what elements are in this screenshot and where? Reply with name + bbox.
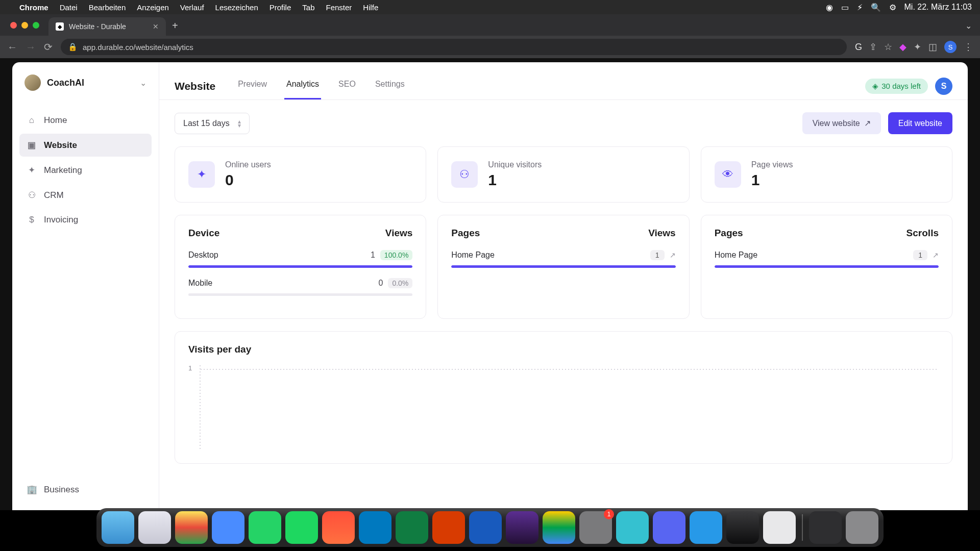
dock-app-icon[interactable] [359, 511, 391, 544]
battery-icon[interactable]: ▭ [841, 3, 849, 12]
progress-bar [188, 293, 412, 296]
menubar-app-name[interactable]: Chrome [19, 3, 48, 12]
tab-analytics[interactable]: Analytics [284, 72, 321, 99]
row-count: 1 [650, 250, 665, 260]
menubar-right-icons: ◉ ▭ ⚡︎ 🔍 ⚙︎ Mi. 22. März 11:03 [826, 3, 972, 12]
browser-chrome: ◆ Website - Durable ✕ + ⌄ ← → ⟳ 🔒 app.du… [0, 14, 980, 58]
visits-per-day-panel: Visits per day 1 [175, 331, 952, 464]
menu-bearbeiten[interactable]: Bearbeiten [89, 3, 126, 12]
menubar-datetime[interactable]: Mi. 22. März 11:03 [904, 3, 972, 12]
menu-anzeigen[interactable]: Anzeigen [137, 3, 169, 12]
stat-card-online-users: ✦ Online users 0 [175, 146, 426, 203]
panel-title: Pages [451, 228, 480, 239]
dock-app-icon[interactable] [432, 511, 465, 544]
external-link-icon[interactable]: ↗ [670, 251, 676, 259]
dock-app-icon[interactable] [543, 511, 575, 544]
record-icon[interactable]: ◉ [826, 3, 833, 12]
dock-app-icon[interactable] [763, 511, 796, 544]
row-pct: 0.0% [388, 278, 412, 288]
dock-app-icon[interactable] [102, 511, 134, 544]
chevron-down-icon: ⌄ [140, 78, 146, 88]
menu-datei[interactable]: Datei [60, 3, 78, 12]
wifi-icon[interactable]: ⚡︎ [857, 3, 863, 12]
extensions-icon[interactable]: ✦ [914, 41, 921, 53]
sidebar-item-website[interactable]: ▣ Website [19, 134, 152, 157]
extension-1-icon[interactable]: ◆ [899, 41, 906, 53]
dock-app-icon[interactable] [322, 511, 355, 544]
view-website-button[interactable]: View website ↗ [802, 112, 881, 134]
dock-app-icon[interactable] [846, 511, 878, 544]
address-bar: ← → ⟳ 🔒 app.durable.co/website/analytics… [0, 36, 980, 58]
sidebar-item-crm[interactable]: ⚇ CRM [19, 184, 152, 207]
favicon-icon: ◆ [56, 22, 64, 31]
external-link-icon[interactable]: ↗ [933, 251, 939, 259]
tab-strip: ◆ Website - Durable ✕ + ⌄ [0, 14, 980, 36]
chrome-menu-icon[interactable]: ⋮ [964, 41, 973, 53]
toolbar-row: Last 15 days ▴▾ View website ↗ Edit webs… [175, 112, 952, 134]
dock-app-icon[interactable] [175, 511, 208, 544]
menu-hilfe[interactable]: Hilfe [363, 3, 378, 12]
dock-app-icon[interactable] [285, 511, 318, 544]
macos-dock: 1 [0, 508, 980, 551]
sidepanel-icon[interactable]: ◫ [928, 41, 937, 53]
dock-app-icon[interactable] [249, 511, 281, 544]
window-close-button[interactable] [10, 22, 17, 29]
visits-title: Visits per day [188, 344, 939, 355]
panel-title: Pages [715, 228, 743, 239]
menu-verlauf[interactable]: Verlauf [180, 3, 204, 12]
tab-seo[interactable]: SEO [336, 72, 358, 99]
org-name: CoachAI [47, 78, 84, 88]
window-minimize-button[interactable] [21, 22, 28, 29]
button-label: Edit website [898, 119, 942, 128]
dock-app-icon[interactable] [616, 511, 649, 544]
window-maximize-button[interactable] [33, 22, 39, 29]
menu-tab[interactable]: Tab [302, 3, 314, 12]
bookmark-icon[interactable]: ☆ [884, 41, 892, 53]
edit-website-button[interactable]: Edit website [888, 112, 952, 134]
dock-app-icon[interactable] [469, 511, 502, 544]
menu-fenster[interactable]: Fenster [326, 3, 352, 12]
dock-app-icon[interactable] [138, 511, 171, 544]
row-count: 1 [913, 250, 927, 260]
dock-app-icon[interactable] [690, 511, 722, 544]
org-switcher[interactable]: CoachAI ⌄ [19, 71, 152, 94]
google-icon[interactable]: G [855, 42, 862, 53]
tab-preview[interactable]: Preview [236, 72, 269, 99]
share-icon[interactable]: ⇪ [869, 41, 877, 53]
row-pct: 100.0% [380, 250, 412, 260]
dock-app-icon[interactable] [212, 511, 244, 544]
dock-app-icon[interactable] [396, 511, 428, 544]
dock-app-icon[interactable] [653, 511, 685, 544]
trial-badge[interactable]: ◈ 30 days left [865, 79, 928, 94]
lock-icon: 🔒 [68, 42, 78, 52]
browser-tab[interactable]: ◆ Website - Durable ✕ [48, 17, 166, 36]
url-input[interactable]: 🔒 app.durable.co/website/analytics [61, 39, 847, 55]
dock-app-icon[interactable] [506, 511, 538, 544]
sidebar-item-label: Marketing [44, 165, 82, 176]
tab-overflow-icon[interactable]: ⌄ [957, 16, 980, 36]
sidebar-item-marketing[interactable]: ✦ Marketing [19, 159, 152, 182]
menu-profile[interactable]: Profile [270, 3, 291, 12]
close-tab-icon[interactable]: ✕ [153, 22, 159, 31]
nav-forward-icon: → [26, 41, 36, 53]
stat-card-unique-visitors: ⚇ Unique visitors 1 [437, 146, 689, 203]
sidebar-item-home[interactable]: ⌂ Home [19, 109, 152, 132]
reload-icon[interactable]: ⟳ [44, 41, 53, 53]
menu-lesezeichen[interactable]: Lesezeichen [215, 3, 258, 12]
sidebar: CoachAI ⌄ ⌂ Home ▣ Website ✦ Marketing ⚇… [12, 62, 159, 510]
dock-app-icon[interactable] [726, 511, 759, 544]
dock-app-icon[interactable] [809, 511, 842, 544]
sidebar-item-invoicing[interactable]: $ Invoicing [19, 209, 152, 231]
sidebar-item-business[interactable]: 🏢 Business [19, 478, 152, 501]
tab-settings[interactable]: Settings [373, 72, 407, 99]
page-row: Home Page 1 ↗ [451, 250, 675, 268]
profile-avatar[interactable]: S [944, 41, 957, 53]
date-range-select[interactable]: Last 15 days ▴▾ [175, 113, 250, 134]
control-center-icon[interactable]: ⚙︎ [889, 3, 896, 12]
new-tab-button[interactable]: + [166, 16, 184, 36]
nav-back-icon[interactable]: ← [7, 41, 17, 53]
search-icon[interactable]: 🔍 [871, 3, 881, 12]
pages-scrolls-panel: Pages Scrolls Home Page 1 ↗ [701, 215, 952, 319]
dock-app-icon[interactable]: 1 [579, 511, 612, 544]
user-avatar[interactable]: S [935, 78, 952, 95]
